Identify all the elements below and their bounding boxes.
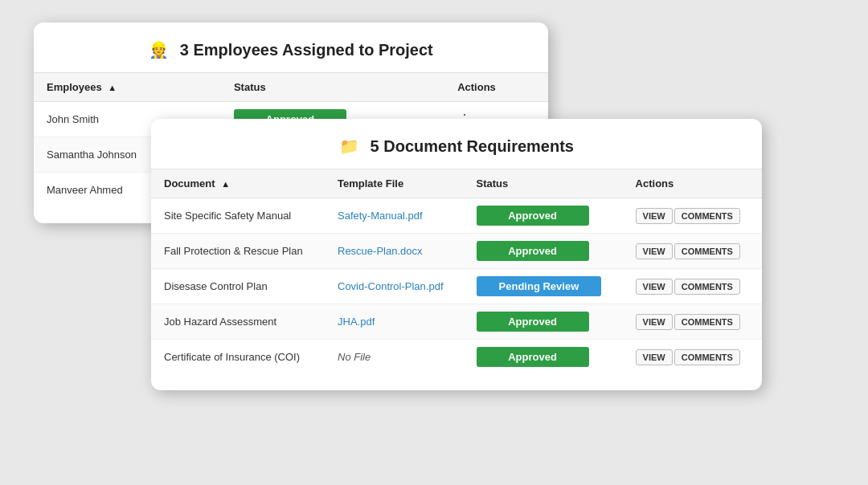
document-actions: VIEWCOMMENTS — [623, 198, 762, 234]
template-file-link[interactable]: Covid-Control-Plan.pdf — [338, 280, 444, 292]
status-badge: Approved — [477, 312, 589, 332]
employees-card-title: 👷 3 Employees Assigned to Project — [34, 22, 548, 73]
template-file-link[interactable]: Rescue-Plan.docx — [338, 245, 423, 257]
documents-table: Document ▲ Template File Status Actions … — [151, 169, 762, 374]
document-template-file[interactable]: JHA.pdf — [325, 304, 464, 340]
document-name: Fall Protection & Rescue Plan — [151, 234, 325, 269]
document-status: Approved — [464, 234, 623, 269]
no-file-label: No File — [338, 351, 371, 363]
document-status: Approved — [464, 198, 623, 234]
documents-emoji: 📁 — [339, 137, 359, 155]
documents-card-title: 📁 5 Document Requirements — [151, 119, 762, 169]
document-status: Approved — [464, 340, 623, 375]
document-status: Approved — [464, 304, 623, 340]
employees-col-status: Status — [221, 73, 444, 102]
template-file-link[interactable]: JHA.pdf — [338, 316, 375, 328]
document-template-file[interactable]: Safety-Manual.pdf — [325, 198, 464, 234]
table-row: Certificate of Insurance (COI)No FileApp… — [151, 340, 762, 375]
documents-col-actions: Actions — [623, 169, 762, 198]
status-badge: Pending Review — [477, 276, 602, 296]
table-row: Job Hazard AssessmentJHA.pdfApprovedVIEW… — [151, 304, 762, 340]
view-button[interactable]: VIEW — [636, 314, 673, 330]
status-badge: Approved — [477, 206, 589, 226]
document-name: Certificate of Insurance (COI) — [151, 340, 325, 375]
comments-button[interactable]: COMMENTS — [674, 314, 740, 330]
documents-col-document: Document ▲ — [151, 169, 325, 198]
view-button[interactable]: VIEW — [636, 349, 673, 365]
document-actions: VIEWCOMMENTS — [623, 234, 762, 269]
comments-button[interactable]: COMMENTS — [674, 243, 740, 259]
document-name: Site Specific Safety Manual — [151, 198, 325, 234]
document-name: Disesase Control Plan — [151, 269, 325, 304]
documents-col-status: Status — [464, 169, 623, 198]
document-template-file: No File — [325, 340, 464, 375]
table-row: Site Specific Safety ManualSafety-Manual… — [151, 198, 762, 234]
document-actions: VIEWCOMMENTS — [623, 340, 762, 375]
documents-sort-icon: ▲ — [221, 179, 230, 189]
documents-header-row: Document ▲ Template File Status Actions — [151, 169, 762, 198]
employees-col-name: Employees ▲ — [34, 73, 221, 102]
view-button[interactable]: VIEW — [636, 243, 673, 259]
view-button[interactable]: VIEW — [636, 279, 673, 295]
employees-emoji: 👷 — [149, 41, 169, 59]
status-badge: Approved — [477, 241, 589, 261]
document-status: Pending Review — [464, 269, 623, 304]
view-button[interactable]: VIEW — [636, 208, 673, 224]
document-template-file[interactable]: Covid-Control-Plan.pdf — [325, 269, 464, 304]
employees-title-text: 3 Employees Assigned to Project — [180, 41, 433, 59]
status-badge: Approved — [477, 347, 589, 367]
documents-card: 📁 5 Document Requirements Document ▲ Tem… — [151, 119, 762, 390]
comments-button[interactable]: COMMENTS — [674, 279, 740, 295]
document-name: Job Hazard Assessment — [151, 304, 325, 340]
table-row: Fall Protection & Rescue PlanRescue-Plan… — [151, 234, 762, 269]
documents-col-template: Template File — [325, 169, 464, 198]
comments-button[interactable]: COMMENTS — [674, 208, 740, 224]
employees-col-actions: Actions — [444, 73, 548, 102]
documents-title-text: 5 Document Requirements — [371, 137, 574, 155]
table-row: Disesase Control PlanCovid-Control-Plan.… — [151, 269, 762, 304]
comments-button[interactable]: COMMENTS — [674, 349, 740, 365]
document-actions: VIEWCOMMENTS — [623, 304, 762, 340]
document-template-file[interactable]: Rescue-Plan.docx — [325, 234, 464, 269]
employees-header-row: Employees ▲ Status Actions — [34, 73, 548, 102]
employees-sort-icon: ▲ — [108, 83, 117, 92]
document-actions: VIEWCOMMENTS — [623, 269, 762, 304]
template-file-link[interactable]: Safety-Manual.pdf — [338, 210, 423, 222]
